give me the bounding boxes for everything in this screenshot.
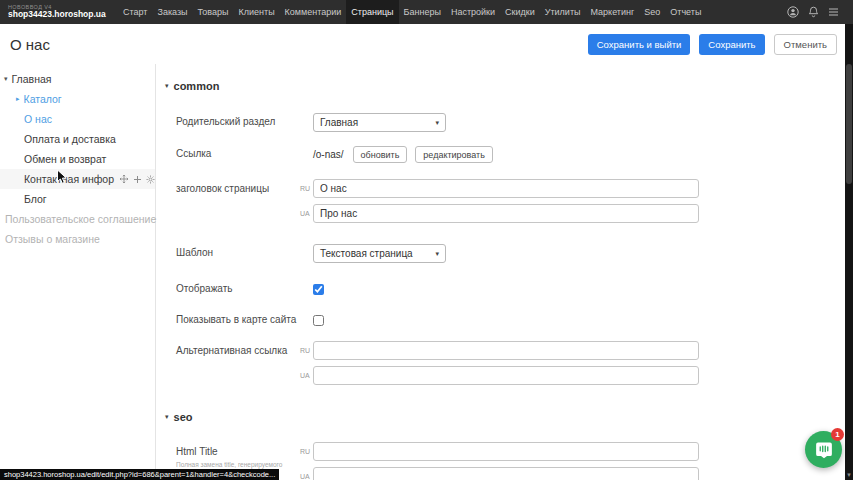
sidebar-item-label: Оплата и доставка (24, 133, 116, 145)
form-row-link: Ссылка /o-nas/ обновить редактировать (176, 146, 501, 163)
sidebar-item-about[interactable]: О нас (0, 109, 155, 129)
sidebar-item-payment-delivery[interactable]: Оплата и доставка (0, 129, 155, 149)
sidebar-item-store-reviews[interactable]: Отзывы о магазине (0, 229, 155, 249)
sidebar-item-label: Главная (12, 73, 52, 85)
user-account-icon[interactable] (787, 6, 799, 18)
topnav-item-reports[interactable]: Отчеты (665, 0, 706, 24)
topnav-item-utilities[interactable]: Утилиты (540, 0, 586, 24)
top-navigation: Старт Заказы Товары Клиенты Комментарии … (118, 0, 706, 24)
menu-hamburger-icon[interactable] (828, 7, 839, 17)
topnav-item-start[interactable]: Старт (118, 0, 152, 24)
topnav-item-pages[interactable]: Страницы (346, 0, 398, 24)
topnav-item-clients[interactable]: Клиенты (234, 0, 280, 24)
html-title-ru-input[interactable] (313, 442, 699, 461)
alt-link-ua-input[interactable] (313, 366, 699, 385)
form-row-template: Шаблон Текстовая страница ▾ (176, 244, 446, 263)
sidebar-item-contact-info[interactable]: Контактная инфор (0, 169, 155, 189)
form-row-alt-link: Альтернативная ссылка RU UA (176, 341, 699, 385)
scrollbar-thumb[interactable] (846, 64, 852, 184)
parent-section-select[interactable]: Главная ▾ (313, 113, 446, 132)
sidebar-item-label: Обмен и возврат (24, 153, 106, 165)
sidebar-item-home[interactable]: ▾ Главная (0, 69, 155, 89)
scrollbar-track[interactable]: ▼ (845, 24, 853, 480)
topnav-item-discounts[interactable]: Скидки (500, 0, 540, 24)
app-window: НОВОВВОД V4 shop34423.horoshop.ua Старт … (0, 0, 853, 480)
topnav-item-products[interactable]: Товары (193, 0, 234, 24)
save-and-exit-button[interactable]: Сохранить и выйти (588, 34, 691, 55)
section-common-header[interactable]: ▾ common (165, 80, 219, 92)
field-label: Альтернативная ссылка (176, 341, 300, 358)
field-label: Ссылка (176, 148, 313, 161)
topnav-item-comments[interactable]: Комментарии (280, 0, 347, 24)
select-value: Главная (320, 117, 358, 128)
topnav-item-settings[interactable]: Настройки (446, 0, 500, 24)
template-select[interactable]: Текстовая страница ▾ (313, 244, 446, 263)
link-edit-button[interactable]: редактировать (415, 146, 493, 163)
lang-tag-ru: RU (300, 442, 313, 461)
expand-arrow-icon[interactable]: ▸ (16, 95, 20, 103)
chat-widget-button[interactable]: 1 (805, 431, 842, 468)
chevron-down-icon: ▾ (435, 250, 439, 258)
form-row-page-title: заголовок страницы RU UA (176, 179, 699, 223)
topnav-item-orders[interactable]: Заказы (152, 0, 192, 24)
status-bar-url: shop34423.horoshop.ua/edit/edit.php?id=6… (0, 469, 279, 480)
topnav-item-banners[interactable]: Баннеры (399, 0, 446, 24)
form-row-display: Отображать (176, 283, 324, 296)
section-title: common (174, 80, 220, 92)
chevron-down-icon: ▾ (435, 119, 439, 127)
field-label: заголовок страницы (176, 179, 300, 196)
add-page-icon[interactable] (133, 175, 142, 184)
page-header: О нас Сохранить и выйти Сохранить Отмени… (0, 24, 853, 64)
scroll-down-arrow[interactable]: ▼ (845, 472, 853, 478)
section-collapse-icon: ▾ (165, 82, 169, 90)
link-value: /o-nas/ (313, 149, 344, 160)
sidebar-item-label: Каталог (24, 93, 62, 105)
topnav-item-seo[interactable]: Seo (639, 0, 665, 24)
link-update-button[interactable]: обновить (353, 146, 408, 163)
html-title-ua-input[interactable] (313, 467, 699, 480)
lang-tag-ua: UA (300, 366, 313, 385)
topbar-icons (787, 6, 853, 18)
display-checkbox[interactable] (313, 284, 324, 295)
field-label-block: Html Title Полная замена title, генериру… (176, 442, 300, 468)
cancel-button[interactable]: Отменить (774, 34, 837, 55)
sidebar-item-label: Блог (24, 193, 47, 205)
sidebar-item-blog[interactable]: Блог (0, 189, 155, 209)
sidebar-item-label: Пользовательское соглашение (5, 213, 156, 225)
section-title: seo (174, 411, 193, 423)
chat-unread-badge: 1 (831, 428, 844, 441)
shop-logo[interactable]: НОВОВВОД V4 shop34423.horoshop.ua (0, 5, 118, 20)
form-row-sitemap: Показывать в карте сайта (176, 314, 324, 327)
select-value: Текстовая страница (320, 248, 413, 259)
page-title: О нас (10, 36, 50, 53)
page-title-ua-input[interactable] (313, 204, 699, 223)
alt-link-ru-input[interactable] (313, 341, 699, 360)
save-button[interactable]: Сохранить (699, 34, 764, 55)
field-label: Отображать (176, 283, 313, 296)
page-title-ru-input[interactable] (313, 179, 699, 198)
field-label: Html Title (176, 446, 300, 459)
sitemap-checkbox[interactable] (313, 315, 324, 326)
field-label: Родительский раздел (176, 116, 313, 129)
sidebar-item-label: О нас (24, 113, 52, 125)
field-label: Показывать в карте сайта (176, 314, 313, 327)
section-collapse-icon: ▾ (165, 413, 169, 421)
lang-tag-ru: RU (300, 341, 313, 360)
field-label: Шаблон (176, 247, 313, 260)
sidebar-item-catalog[interactable]: ▸ Каталог (0, 89, 155, 109)
sidebar-item-exchange-return[interactable]: Обмен и возврат (0, 149, 155, 169)
topnav-item-marketing[interactable]: Маркетинг (585, 0, 639, 24)
gear-icon[interactable] (146, 175, 155, 184)
chat-bubble-icon (815, 441, 833, 459)
lang-tag-ua: UA (300, 204, 313, 223)
pages-tree-sidebar: ▾ Главная ▸ Каталог О нас Оплата и доста… (0, 64, 156, 480)
collapse-arrow-icon[interactable]: ▾ (4, 75, 8, 83)
field-hint: Полная замена title, генерируемого (176, 461, 300, 469)
form-row-parent-section: Родительский раздел Главная ▾ (176, 113, 446, 132)
section-seo-header[interactable]: ▾ seo (165, 411, 192, 423)
move-icon[interactable] (119, 174, 129, 184)
lang-tag-ru: RU (300, 179, 313, 198)
sidebar-item-user-agreement[interactable]: Пользовательское соглашение (0, 209, 155, 229)
page-edit-form: ▾ common Родительский раздел Главная ▾ С… (157, 64, 845, 480)
notifications-bell-icon[interactable] (808, 6, 819, 18)
